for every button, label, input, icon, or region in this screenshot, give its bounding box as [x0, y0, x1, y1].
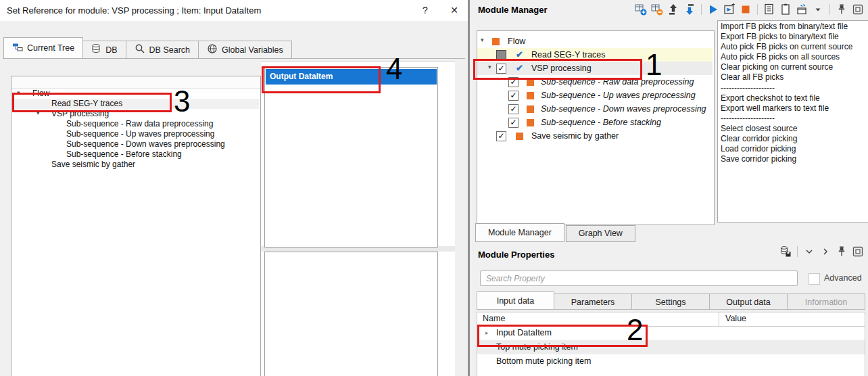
current-tree-panel[interactable]: ▾FlowRead SEG-Y traces▾VSP processingSub…: [11, 76, 261, 376]
command-item[interactable]: Export FB picks to binary/text file: [721, 32, 868, 42]
module-tree-item[interactable]: ▾Flow: [477, 34, 713, 48]
pin-icon[interactable]: [835, 245, 848, 258]
output-item-list[interactable]: Output DataItem: [264, 67, 438, 248]
dialog-titlebar[interactable]: Set Reference for module: VSP processing…: [0, 0, 468, 21]
property-row[interactable]: Bottom mute picking item: [477, 354, 865, 369]
dialog-tree-item[interactable]: Sub-sequence - Raw data preprocessing: [11, 119, 259, 129]
properties-tab-parameters[interactable]: Parameters: [554, 293, 632, 310]
properties-table-header: Name Value: [477, 312, 865, 327]
tree-item-label: Flow: [32, 89, 49, 99]
dock-tab-module-manager[interactable]: Module Manager: [475, 223, 564, 242]
command-item[interactable]: Clear all FB picks: [721, 72, 868, 83]
expander-icon[interactable]: ▸: [485, 326, 489, 340]
pin-icon[interactable]: [835, 3, 848, 16]
module-tree-item[interactable]: ✓Save seismic by gather: [477, 129, 713, 143]
import-picks-icon[interactable]: [667, 3, 680, 16]
dialog-tree-item[interactable]: Save seismic by gather: [11, 160, 259, 170]
module-command-list[interactable]: Import FB picks from binary/text fileExp…: [717, 20, 868, 222]
properties-tab-input-data[interactable]: Input data: [477, 291, 554, 310]
export-picks-icon[interactable]: [683, 3, 696, 16]
remove-module-icon[interactable]: [650, 3, 664, 16]
column-header-name[interactable]: Name: [483, 314, 505, 323]
dialog-tab-global-variables[interactable]: Global Variables: [199, 41, 292, 59]
search-property-input[interactable]: [480, 271, 798, 286]
tree-item-label: Sub-sequence - Up waves preprocessing: [66, 129, 214, 139]
module-checkbox-checked[interactable]: ✓: [496, 64, 506, 74]
column-divider[interactable]: [719, 312, 719, 326]
command-item[interactable]: Save corridor picking: [721, 154, 868, 164]
add-module-icon[interactable]: [634, 3, 648, 16]
run-icon[interactable]: [706, 3, 720, 16]
float-icon[interactable]: [851, 245, 865, 258]
tree-icon: [12, 42, 23, 55]
toolbar-separator: [701, 4, 702, 15]
properties-tab-information: Information: [788, 293, 865, 310]
dialog-tree-item[interactable]: ▾Flow: [11, 89, 259, 99]
module-checkbox-checked[interactable]: ✓: [496, 131, 506, 141]
secondary-item-list[interactable]: [264, 252, 438, 376]
command-item[interactable]: Load corridor picking: [721, 144, 868, 154]
module-check-icon: ✔: [516, 49, 523, 60]
module-checkbox-checked[interactable]: ✓: [508, 118, 519, 128]
dialog-tree-item[interactable]: ▾VSP processing: [11, 109, 259, 119]
close-button[interactable]: ✕: [441, 0, 468, 21]
new-window-icon[interactable]: [795, 3, 809, 16]
property-row[interactable]: Top mute picking item: [477, 340, 865, 354]
properties-tab-output-data[interactable]: Output data: [710, 293, 788, 310]
chevron-down-icon[interactable]: [802, 245, 816, 258]
dock-tab-graph-view[interactable]: Graph View: [566, 225, 635, 242]
module-label: Sub-sequence - Up waves preprocessing: [541, 90, 696, 101]
module-tree-item[interactable]: ▾✓✔VSP processing: [477, 62, 713, 75]
dialog-tree-item[interactable]: Sub-sequence - Up waves preprocessing: [11, 129, 259, 139]
db-save-icon[interactable]: [779, 245, 792, 258]
command-item[interactable]: Select closest source: [721, 124, 868, 134]
module-tree-item[interactable]: ✓Sub-sequence - Down waves preprocessing: [477, 102, 713, 116]
dropdown-arrow-icon[interactable]: [811, 3, 825, 16]
expander-icon[interactable]: ▾: [481, 37, 484, 43]
module-square-icon: [492, 38, 500, 45]
float-icon[interactable]: [851, 3, 865, 16]
module-tree[interactable]: ▾Flow✔Read SEG-Y traces▾✓✔VSP processing…: [477, 30, 715, 225]
dialog-tree-item[interactable]: Read SEG-Y traces: [11, 99, 259, 109]
toolbar-separator: [797, 246, 798, 257]
module-tree-item[interactable]: ✓Sub-sequence - Before stacking: [477, 116, 713, 129]
command-item[interactable]: Clear corridor picking: [721, 134, 868, 144]
stop-icon[interactable]: [739, 3, 752, 16]
new-document-icon[interactable]: [779, 3, 792, 16]
module-label: Save seismic by gather: [531, 131, 619, 141]
advanced-checkbox[interactable]: [809, 273, 820, 285]
module-checkbox-checked[interactable]: ✓: [508, 104, 519, 114]
module-checkbox-checked[interactable]: ✓: [508, 91, 519, 101]
chevron-right-icon[interactable]: [819, 245, 832, 258]
property-row[interactable]: ▸Input DataItem: [477, 326, 865, 340]
module-checkbox-partial[interactable]: [496, 50, 506, 60]
dialog-tab-db[interactable]: DB: [82, 41, 126, 59]
dialog-tab-db-search[interactable]: DB Search: [126, 41, 199, 59]
dialog-tab-current-tree[interactable]: Current Tree: [3, 37, 83, 59]
properties-tab-settings[interactable]: Settings: [632, 293, 710, 310]
column-header-value[interactable]: Value: [725, 314, 746, 323]
command-item[interactable]: Clear picking on current source: [721, 62, 868, 72]
expander-icon[interactable]: ▾: [37, 108, 40, 118]
dialog-tree-item[interactable]: Sub-sequence - Down waves preprocessing: [11, 139, 259, 149]
module-tree-item[interactable]: ✔Read SEG-Y traces: [477, 48, 713, 62]
command-item[interactable]: Export checkshot to text file: [721, 93, 868, 103]
module-tree-item[interactable]: ✓Sub-sequence - Raw data preprocessing: [477, 75, 713, 89]
help-button[interactable]: ?: [414, 0, 437, 21]
expander-icon[interactable]: ▾: [488, 64, 491, 70]
run-flow-icon[interactable]: [723, 3, 736, 16]
module-tree-item[interactable]: ✓Sub-sequence - Up waves preprocessing: [477, 89, 713, 102]
module-checkbox-checked[interactable]: ✓: [508, 77, 519, 87]
tree-item-label: Save seismic by gather: [51, 160, 135, 170]
log-icon[interactable]: [763, 3, 776, 16]
command-item[interactable]: Auto pick FB picks on all sources: [721, 52, 868, 62]
tree-item-label: Read SEG-Y traces: [51, 99, 122, 109]
dialog-tree-item[interactable]: Sub-sequence - Before stacking: [11, 149, 259, 160]
module-label: Flow: [508, 36, 525, 47]
command-item[interactable]: Auto pick FB picks on current source: [721, 42, 868, 52]
command-item[interactable]: Import FB picks from binary/text file: [721, 22, 868, 32]
module-properties-toolbar: [779, 245, 865, 258]
output-dataitem-row[interactable]: Output DataItem: [266, 69, 437, 85]
expander-icon[interactable]: ▾: [17, 88, 20, 98]
command-item[interactable]: Export well markers to text file: [721, 103, 868, 114]
